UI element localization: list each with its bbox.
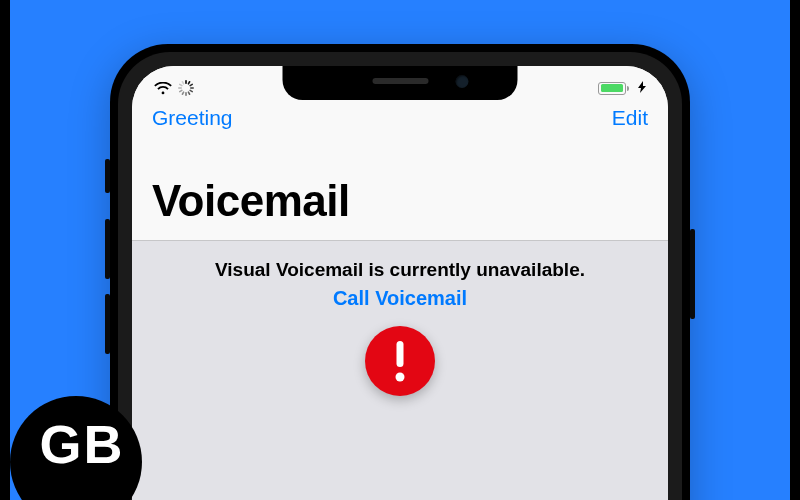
svg-rect-6 [185, 92, 187, 96]
svg-rect-9 [178, 87, 182, 89]
battery-icon [598, 82, 629, 95]
call-voicemail-link[interactable]: Call Voicemail [132, 287, 668, 310]
svg-point-13 [396, 373, 405, 382]
mute-switch [105, 159, 110, 193]
site-border-right [790, 0, 800, 500]
content-area: Visual Voicemail is currently unavailabl… [132, 241, 668, 500]
svg-rect-3 [190, 87, 194, 89]
speaker-grille [372, 78, 428, 84]
phone-frame: Greeting Edit Voicemail Visual Voicemail… [110, 44, 690, 500]
loading-spinner-icon [178, 80, 194, 96]
wifi-icon [154, 82, 172, 95]
svg-rect-8 [179, 89, 183, 92]
volume-up-button [105, 219, 110, 279]
svg-rect-12 [397, 341, 404, 367]
svg-rect-1 [187, 81, 190, 85]
svg-rect-11 [181, 81, 184, 85]
svg-rect-2 [189, 83, 193, 86]
page-title: Voicemail [152, 176, 350, 226]
site-border-left [0, 0, 10, 500]
svg-rect-7 [181, 91, 184, 95]
phone-screen: Greeting Edit Voicemail Visual Voicemail… [132, 66, 668, 500]
gb-logo-text: GB [40, 413, 125, 475]
svg-rect-4 [189, 89, 193, 92]
power-button [690, 229, 695, 319]
charging-bolt-icon [638, 81, 646, 96]
svg-rect-0 [185, 80, 187, 84]
svg-rect-5 [187, 91, 190, 95]
greeting-button[interactable]: Greeting [152, 106, 233, 130]
front-camera [455, 75, 468, 88]
error-message: Visual Voicemail is currently unavailabl… [132, 259, 668, 281]
edit-button[interactable]: Edit [612, 106, 648, 130]
svg-rect-10 [179, 83, 183, 86]
notch [283, 66, 518, 100]
volume-down-button [105, 294, 110, 354]
alert-icon [365, 326, 435, 396]
